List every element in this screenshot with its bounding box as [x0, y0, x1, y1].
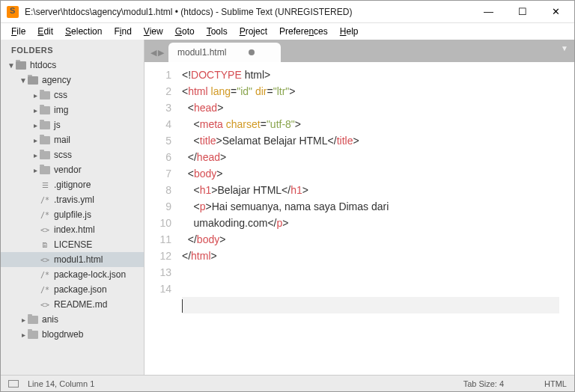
tab-prev-icon[interactable]: ◀: [150, 48, 156, 58]
main-area: FOLDERS ▼htdocs ▼agency ▸css ▸img ▸js ▸m…: [1, 40, 574, 375]
folders-header: FOLDERS: [1, 43, 144, 58]
tree-file-gitignore[interactable]: ☰.gitignore: [1, 177, 144, 192]
tree-label: img: [54, 105, 68, 115]
tree-label: htdocs: [30, 60, 56, 70]
menu-selection[interactable]: Selection: [61, 25, 106, 38]
line-number: 10: [144, 215, 171, 231]
tree-folder-scss[interactable]: ▸scss: [1, 147, 144, 162]
menu-goto[interactable]: Goto: [171, 25, 199, 38]
menu-file[interactable]: File: [7, 25, 30, 38]
tab-menu-icon[interactable]: ▼: [561, 44, 568, 52]
tree-label: .gitignore: [54, 180, 91, 190]
tree-label: LICENSE: [54, 239, 92, 250]
file-script-icon: /*: [40, 286, 50, 294]
tree-file-modul1[interactable]: <>modul1.html: [1, 252, 144, 267]
line-number: 5: [144, 132, 171, 149]
code-area[interactable]: 1 2 3 4 5 6 7 8 9 10 11 12 13 14 <!DOCTY…: [144, 62, 574, 375]
file-script-icon: /*: [40, 196, 50, 204]
tab-dirty-icon: [249, 49, 255, 55]
tree-file-indexhtml[interactable]: <>index.html: [1, 222, 144, 237]
tree-label: vendor: [54, 165, 82, 175]
tab-active[interactable]: modul1.html: [168, 43, 281, 62]
titlebar: E:\server\htdocs\agency\modul1.html • (h…: [1, 1, 574, 23]
file-html-icon: <>: [40, 226, 50, 234]
maximize-button[interactable]: ☐: [505, 1, 539, 22]
line-number: 4: [144, 116, 171, 132]
tree-label: index.html: [54, 224, 95, 235]
tree-label: .travis.yml: [54, 195, 94, 205]
tree-label: css: [54, 90, 67, 100]
line-number: 7: [144, 165, 171, 182]
file-script-icon: /*: [40, 211, 50, 219]
sidebar: FOLDERS ▼htdocs ▼agency ▸css ▸img ▸js ▸m…: [1, 40, 144, 375]
window: E:\server\htdocs\agency\modul1.html • (h…: [0, 0, 575, 392]
gutter: 1 2 3 4 5 6 7 8 9 10 11 12 13 14: [144, 62, 179, 375]
status-language[interactable]: HTML: [544, 379, 567, 388]
menu-view[interactable]: View: [139, 25, 168, 38]
menu-tools[interactable]: Tools: [202, 25, 232, 38]
menubar: File Edit Selection Find View Goto Tools…: [1, 23, 574, 40]
file-script-icon: /*: [40, 271, 50, 279]
tree-label: package.json: [54, 284, 107, 295]
tree-folder-blogdrweb[interactable]: ▸blogdrweb: [1, 327, 144, 342]
line-number: 14: [144, 281, 171, 297]
folder-tree: ▼htdocs ▼agency ▸css ▸img ▸js ▸mail ▸scs…: [1, 58, 144, 342]
file-html-icon: <>: [40, 301, 50, 309]
tree-file-packagelock[interactable]: /*package-lock.json: [1, 267, 144, 282]
file-html-icon: <>: [40, 256, 50, 264]
menu-edit[interactable]: Edit: [33, 25, 58, 38]
tree-folder-htdocs[interactable]: ▼htdocs: [1, 58, 144, 73]
tree-folder-agency[interactable]: ▼agency: [1, 73, 144, 88]
tree-file-license[interactable]: 🗎LICENSE: [1, 237, 144, 252]
line-number: 8: [144, 182, 171, 198]
tree-folder-vendor[interactable]: ▸vendor: [1, 162, 144, 177]
window-title: E:\server\htdocs\agency\modul1.html • (h…: [25, 7, 472, 17]
tree-folder-img[interactable]: ▸img: [1, 102, 144, 117]
status-tabsize[interactable]: Tab Size: 4: [463, 379, 504, 388]
tree-label: agency: [42, 75, 71, 85]
tree-label: mail: [54, 135, 70, 145]
tree-file-gulpfile[interactable]: /*gulpfile.js: [1, 207, 144, 222]
tree-label: blogdrweb: [42, 329, 83, 340]
tree-label: modul1.html: [54, 254, 103, 265]
menu-find[interactable]: Find: [109, 25, 136, 38]
line-number: 9: [144, 198, 171, 215]
tree-folder-js[interactable]: ▸js: [1, 117, 144, 132]
tree-folder-mail[interactable]: ▸mail: [1, 132, 144, 147]
tree-label: README.md: [54, 299, 107, 310]
tree-folder-css[interactable]: ▸css: [1, 88, 144, 102]
tabbar: ◀ ▶ modul1.html ▼: [144, 40, 574, 62]
tree-folder-anis[interactable]: ▸anis: [1, 312, 144, 327]
file-doc-icon: 🗎: [40, 241, 50, 249]
line-number: 3: [144, 99, 171, 116]
tree-label: scss: [54, 150, 72, 160]
minimize-button[interactable]: —: [472, 1, 505, 22]
cursor: [182, 299, 183, 313]
line-number: 11: [144, 231, 171, 248]
tree-file-travis[interactable]: /*.travis.yml: [1, 192, 144, 207]
status-position[interactable]: Line 14, Column 1: [28, 379, 94, 388]
tree-file-readme[interactable]: <>README.md: [1, 297, 144, 312]
line-number: 13: [144, 264, 171, 281]
editor-area: ◀ ▶ modul1.html ▼ 1 2 3 4 5 6 7: [144, 40, 574, 375]
tab-label: modul1.html: [177, 47, 226, 58]
app-icon: [7, 6, 19, 18]
line-number: 1: [144, 67, 171, 83]
panel-icon[interactable]: [8, 380, 19, 388]
line-number: 6: [144, 149, 171, 165]
code-content[interactable]: <!DOCTYPE html><html lang="id" dir="ltr"…: [179, 62, 559, 375]
tree-label: js: [54, 120, 61, 130]
tab-next-icon[interactable]: ▶: [158, 48, 164, 58]
minimap[interactable]: [559, 62, 574, 375]
menu-preferences[interactable]: Preferences: [275, 25, 332, 38]
tree-label: package-lock.json: [54, 269, 126, 280]
close-button[interactable]: ✕: [539, 1, 573, 22]
line-number: 12: [144, 248, 171, 264]
line-number: 2: [144, 83, 171, 99]
menu-project[interactable]: Project: [235, 25, 272, 38]
tree-label: gulpfile.js: [54, 209, 91, 220]
tree-file-package[interactable]: /*package.json: [1, 282, 144, 297]
tree-label: anis: [42, 314, 58, 325]
menu-help[interactable]: Help: [335, 25, 363, 38]
statusbar: Line 14, Column 1 Tab Size: 4 HTML: [1, 375, 574, 391]
